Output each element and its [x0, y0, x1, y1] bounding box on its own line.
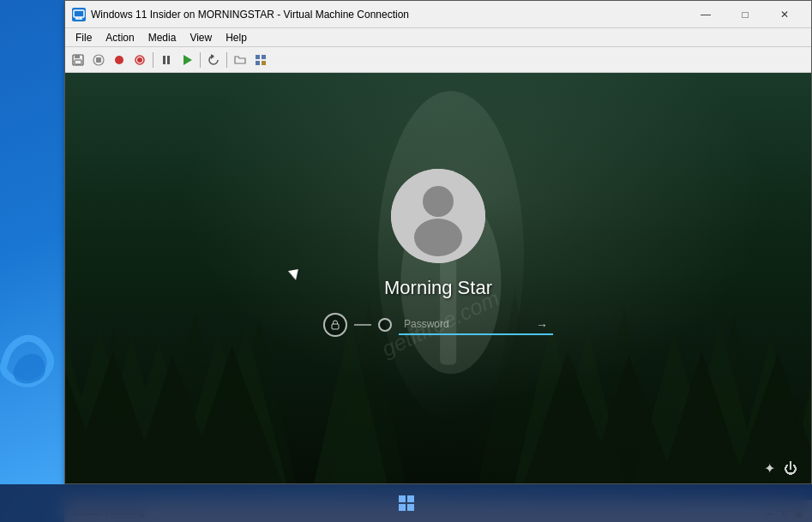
svg-rect-62 [407, 504, 414, 511]
password-row: → [323, 313, 553, 337]
desktop-swirl [0, 0, 64, 484]
svg-marker-15 [211, 54, 214, 59]
svg-rect-8 [96, 57, 101, 63]
start-button[interactable] [391, 488, 422, 519]
window-title: Windows 11 Insider on MORNINGSTAR - Virt… [91, 9, 686, 21]
settings-button[interactable] [251, 51, 270, 69]
svg-point-56 [423, 186, 454, 217]
vm-content[interactable]: getitfree.com Morning Star [65, 73, 811, 483]
toolbar-separator-1 [153, 52, 153, 68]
user-avatar [391, 169, 485, 263]
save-disk-button[interactable] [69, 51, 87, 69]
minimize-button[interactable]: — [686, 1, 725, 28]
svg-rect-61 [399, 504, 406, 511]
ctrl-alt-del-button[interactable] [89, 51, 108, 69]
svg-rect-58 [332, 324, 339, 329]
svg-rect-13 [167, 56, 170, 64]
svg-rect-5 [75, 55, 80, 58]
password-input[interactable] [399, 314, 553, 335]
svg-rect-6 [75, 60, 81, 64]
menu-media[interactable]: Media [141, 30, 183, 45]
password-wrapper: → [399, 314, 553, 335]
svg-marker-14 [183, 55, 192, 65]
menu-file[interactable]: File [69, 30, 99, 45]
record-red-button[interactable] [130, 51, 149, 69]
mouse-cursor [288, 269, 300, 281]
username-label: Morning Star [384, 277, 492, 299]
svg-rect-59 [399, 495, 406, 502]
key-icon [378, 318, 392, 332]
maximize-button[interactable]: □ [725, 1, 765, 28]
toolbar-separator-3 [226, 52, 227, 68]
svg-point-57 [414, 219, 462, 256]
menu-bar: File Action Media View Help [65, 28, 811, 47]
title-bar: Windows 11 Insider on MORNINGSTAR - Virt… [65, 1, 811, 28]
stop-button[interactable] [110, 51, 129, 69]
svg-rect-16 [256, 55, 260, 59]
taskbar [0, 484, 812, 522]
submit-button[interactable]: → [534, 318, 550, 332]
svg-rect-12 [163, 56, 165, 64]
menu-action[interactable]: Action [99, 30, 141, 45]
svg-rect-0 [74, 10, 84, 17]
svg-rect-17 [262, 55, 266, 59]
toolbar-separator-2 [200, 52, 201, 68]
revert-button[interactable] [204, 51, 223, 69]
bottom-icons: ✦ ⏻ [764, 460, 797, 477]
toolbar [65, 47, 811, 73]
svg-point-11 [137, 57, 142, 63]
menu-view[interactable]: View [183, 30, 219, 45]
close-button[interactable]: ✕ [765, 1, 804, 28]
window-controls: — □ ✕ [686, 1, 804, 28]
swirl-bg [0, 0, 64, 484]
svg-rect-60 [407, 495, 414, 502]
svg-rect-19 [262, 61, 266, 65]
pause-button[interactable] [157, 51, 176, 69]
vm-icon [72, 8, 86, 21]
accessibility-icon[interactable]: ✦ [764, 460, 775, 477]
svg-rect-18 [256, 61, 260, 65]
play-button[interactable] [177, 51, 196, 69]
lock-circle-icon [323, 313, 347, 337]
folder-button[interactable] [231, 51, 250, 69]
svg-point-9 [115, 56, 123, 64]
vm-window: Windows 11 Insider on MORNINGSTAR - Virt… [64, 0, 812, 484]
login-overlay: Morning Star → [65, 73, 811, 483]
connector-line [354, 324, 371, 326]
menu-help[interactable]: Help [219, 30, 254, 45]
power-icon[interactable]: ⏻ [784, 461, 797, 477]
